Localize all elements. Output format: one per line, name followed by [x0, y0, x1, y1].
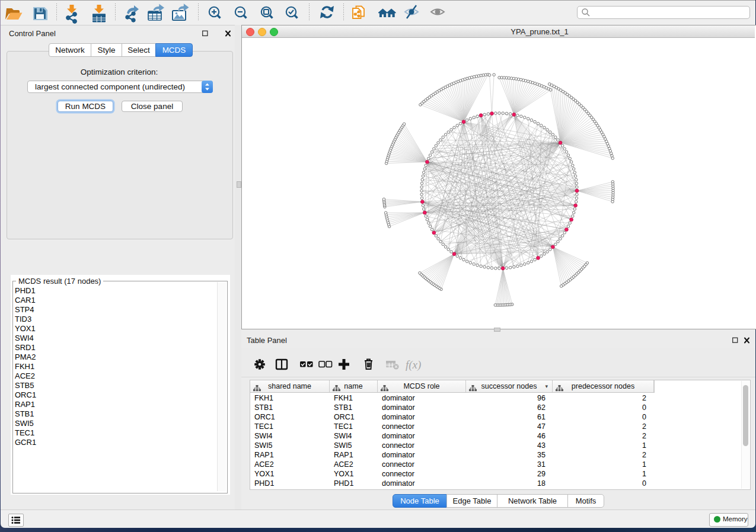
svg-text:f(x): f(x)	[406, 358, 421, 371]
